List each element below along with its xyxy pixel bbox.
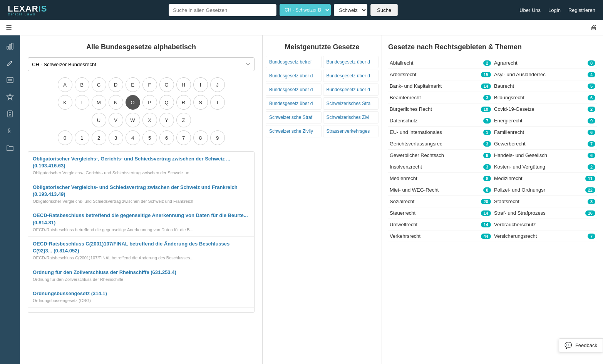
alpha-btn-r[interactable]: R (176, 95, 191, 110)
most-used-item[interactable]: Bundesgesetz über d (266, 83, 322, 96)
alpha-btn-s[interactable]: S (193, 95, 208, 110)
most-used-item[interactable]: Bundesgesetz über d (323, 56, 379, 68)
alpha-btn-i[interactable]: I (193, 77, 208, 92)
most-used-item[interactable]: Schweizerische Zivily (266, 125, 322, 137)
most-used-item[interactable]: Schweizerische Straf (266, 111, 322, 124)
alpha-btn-7[interactable]: 7 (176, 130, 191, 145)
alpha-btn-z[interactable]: Z (176, 113, 191, 127)
alpha-btn-h[interactable]: H (176, 77, 191, 92)
category-item[interactable]: Verkehrsrecht 44 (388, 230, 492, 242)
category-item[interactable]: Datenschutz 7 (388, 115, 492, 127)
alpha-btn-q[interactable]: Q (159, 95, 174, 110)
sidebar-icon-list[interactable] (3, 73, 17, 87)
alpha-btn-d[interactable]: D (109, 77, 123, 92)
search-button[interactable]: Suche (370, 4, 398, 16)
alpha-btn-6[interactable]: 6 (159, 130, 174, 145)
alpha-btn-p[interactable]: P (142, 95, 157, 110)
alpha-btn-u[interactable]: U (92, 113, 106, 127)
most-used-item[interactable]: Bundesgesetz über d (266, 97, 322, 110)
category-item[interactable]: Arbeitsrecht 15 (388, 69, 492, 80)
most-used-item[interactable]: Bundesgesetz betref (266, 56, 322, 68)
alpha-btn-2[interactable]: 2 (92, 130, 106, 145)
sidebar-icon-folder[interactable] (3, 141, 17, 155)
category-item[interactable]: Gewerberecht 7 (492, 138, 597, 150)
alpha-btn-v[interactable]: V (109, 113, 123, 127)
category-item[interactable]: Familienrecht 6 (492, 127, 597, 138)
menu-icon[interactable]: ☰ (6, 23, 12, 32)
alpha-btn-x[interactable]: X (142, 113, 157, 127)
category-item[interactable]: Verbraucherschutz (492, 219, 597, 230)
feedback-button[interactable]: 💬 Feedback (559, 338, 603, 352)
alpha-btn-g[interactable]: G (159, 77, 174, 92)
jurisdiction-select[interactable]: CH - Schweizer B (280, 4, 331, 16)
category-item[interactable]: Agrarrecht 8 (492, 57, 597, 69)
sidebar-icon-star[interactable] (3, 90, 17, 104)
category-item[interactable]: Medienrecht 8 (388, 173, 492, 184)
category-item[interactable]: Beamtenrecht 3 (388, 92, 492, 104)
country-law-select[interactable]: CH - Schweizer Bundesrecht (28, 57, 255, 71)
result-item[interactable]: OECD-Ratsbeschluss betreffend die gegens… (28, 208, 254, 237)
alpha-btn-0[interactable]: 0 (58, 130, 72, 145)
result-item[interactable]: Obligatorischer Vergleichs- und Schiedsv… (28, 180, 254, 209)
alpha-btn-n[interactable]: N (109, 95, 123, 110)
alpha-btn-8[interactable]: 8 (193, 130, 208, 145)
most-used-item[interactable]: Schweizerisches Stra (323, 97, 379, 110)
category-item[interactable]: Insolvenzrecht 3 (388, 161, 492, 173)
alpha-btn-y[interactable]: Y (159, 113, 174, 127)
alpha-btn-c[interactable]: C (92, 77, 106, 92)
sidebar-icon-edit[interactable] (3, 56, 17, 70)
alpha-btn-w[interactable]: W (126, 113, 140, 127)
category-item[interactable]: Bank- und Kapitalmarkt 14 (388, 80, 492, 92)
most-used-item[interactable]: Strassenverkehrsges (323, 125, 379, 137)
category-item[interactable]: Asyl- und Ausländerrec 4 (492, 69, 597, 80)
most-used-item[interactable]: Bundesgesetz über d (266, 70, 322, 82)
category-item[interactable]: Gewerblicher Rechtssch 9 (388, 150, 492, 161)
category-item[interactable]: Kosten- und Vergütung 2 (492, 161, 597, 173)
category-item[interactable]: Energierecht 9 (492, 115, 597, 127)
most-used-item[interactable]: Bundesgesetz über d (323, 70, 379, 82)
category-item[interactable]: Steuerrecht 14 (388, 207, 492, 219)
print-icon[interactable]: 🖨 (590, 23, 597, 31)
alpha-btn-m[interactable]: M (92, 95, 106, 110)
sidebar-icon-document[interactable] (3, 107, 17, 121)
alpha-btn-5[interactable]: 5 (142, 130, 157, 145)
category-item[interactable]: Gerichtsverfassungsrec 3 (388, 138, 492, 150)
category-item[interactable]: EU- und internationales 1 (388, 127, 492, 138)
category-item[interactable]: Handels- und Gesellsch 6 (492, 150, 597, 161)
category-item[interactable]: Umweltrecht 14 (388, 219, 492, 230)
category-item[interactable]: Bildungsrecht 6 (492, 92, 597, 104)
nav-login[interactable]: Login (548, 7, 561, 13)
alpha-btn-3[interactable]: 3 (109, 130, 123, 145)
result-item[interactable]: Ordnungsbussenverordnung (314.11) Ordnun… (28, 308, 254, 313)
alpha-btn-f[interactable]: F (142, 77, 157, 92)
most-used-item[interactable]: Schweizerisches Zivi (323, 111, 379, 124)
nav-register[interactable]: Registrieren (568, 7, 595, 13)
alpha-btn-k[interactable]: K (58, 95, 72, 110)
result-item[interactable]: Obligatorischer Vergleichs-, Gerichts- u… (28, 152, 254, 180)
category-item[interactable]: Straf- und Strafprozess 16 (492, 207, 597, 219)
alpha-btn-o[interactable]: O (126, 95, 140, 110)
category-item[interactable]: Staatsrecht 3 (492, 196, 597, 207)
category-item[interactable]: Covid-19-Gesetze 2 (492, 104, 597, 115)
search-input[interactable] (169, 4, 276, 16)
sidebar-icon-law[interactable]: § (3, 124, 17, 138)
alpha-btn-1[interactable]: 1 (75, 130, 89, 145)
result-item[interactable]: Ordnungsbussengesetz (314.1) Ordnungsbus… (28, 286, 254, 307)
alpha-btn-a[interactable]: A (58, 77, 72, 92)
alpha-btn-4[interactable]: 4 (126, 130, 140, 145)
alpha-btn-l[interactable]: L (75, 95, 89, 110)
category-item[interactable]: Baurecht 5 (492, 80, 597, 92)
alpha-btn-b[interactable]: B (75, 77, 89, 92)
category-item[interactable]: Bürgerliches Recht 10 (388, 104, 492, 115)
alpha-btn-j[interactable]: J (210, 77, 225, 92)
country-select[interactable]: Schweiz (334, 4, 367, 16)
alpha-btn-9[interactable]: 9 (210, 130, 225, 145)
alpha-btn-e[interactable]: E (126, 77, 140, 92)
category-item[interactable]: Abfallrecht 2 (388, 57, 492, 69)
alpha-btn-t[interactable]: T (210, 95, 225, 110)
result-item[interactable]: OECD-Ratsbeschluss C(2001)107/FINAL betr… (28, 237, 254, 265)
category-item[interactable]: Medizinrecht 11 (492, 173, 597, 184)
category-item[interactable]: Sozialrecht 20 (388, 196, 492, 207)
category-item[interactable]: Polizei- und Ordnungsr 22 (492, 184, 597, 196)
nav-about[interactable]: Über Uns (519, 7, 541, 13)
